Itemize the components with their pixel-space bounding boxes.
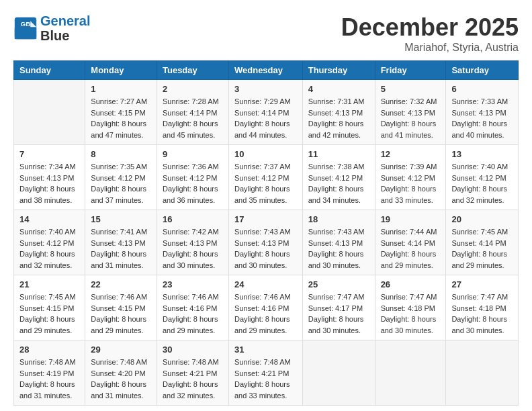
logo-icon: GB [13,16,38,40]
day-number: 10 [234,149,297,159]
day-number: 27 [451,279,513,289]
cell-info: Sunrise: 7:48 AMSunset: 4:20 PMDaylight:… [91,357,151,401]
calendar-cell: 2Sunrise: 7:28 AMSunset: 4:14 PMDaylight… [157,80,228,145]
day-number: 9 [163,149,223,159]
cell-info: Sunrise: 7:46 AMSunset: 4:16 PMDaylight:… [234,291,297,336]
calendar-cell: 11Sunrise: 7:38 AMSunset: 4:12 PMDayligh… [302,145,375,210]
cell-info: Sunrise: 7:45 AMSunset: 4:15 PMDaylight:… [19,291,79,336]
day-number: 26 [381,279,441,289]
cell-info: Sunrise: 7:43 AMSunset: 4:13 PMDaylight:… [234,226,297,271]
cell-info: Sunrise: 7:36 AMSunset: 4:12 PMDaylight:… [163,161,223,205]
day-number: 20 [451,214,513,224]
calendar-cell: 10Sunrise: 7:37 AMSunset: 4:12 PMDayligh… [228,145,302,210]
cell-info: Sunrise: 7:39 AMSunset: 4:12 PMDaylight:… [381,161,441,205]
day-number: 22 [91,279,151,289]
cell-info: Sunrise: 7:47 AMSunset: 4:18 PMDaylight:… [381,291,441,336]
calendar-cell: 20Sunrise: 7:45 AMSunset: 4:14 PMDayligh… [446,210,519,275]
day-number: 16 [163,214,223,224]
day-number: 30 [163,345,223,355]
calendar-cell: 16Sunrise: 7:42 AMSunset: 4:13 PMDayligh… [157,210,228,275]
calendar-cell [14,80,85,145]
calendar-cell: 19Sunrise: 7:44 AMSunset: 4:14 PMDayligh… [375,210,446,275]
cell-info: Sunrise: 7:48 AMSunset: 4:21 PMDaylight:… [234,357,297,401]
cell-info: Sunrise: 7:37 AMSunset: 4:12 PMDaylight:… [234,161,297,205]
calendar-cell: 22Sunrise: 7:46 AMSunset: 4:15 PMDayligh… [85,275,157,340]
day-number: 8 [91,149,151,159]
location: Mariahof, Styria, Austria [341,42,519,54]
day-number: 6 [451,84,513,94]
calendar-cell: 18Sunrise: 7:43 AMSunset: 4:13 PMDayligh… [302,210,375,275]
calendar-cell: 29Sunrise: 7:48 AMSunset: 4:20 PMDayligh… [85,340,157,406]
calendar-cell: 31Sunrise: 7:48 AMSunset: 4:21 PMDayligh… [228,340,302,406]
day-number: 21 [19,279,79,289]
title-block: December 2025 Mariahof, Styria, Austria [341,13,519,54]
cell-info: Sunrise: 7:40 AMSunset: 4:12 PMDaylight:… [451,161,513,205]
weekday-header: Saturday [446,61,519,80]
calendar-cell: 24Sunrise: 7:46 AMSunset: 4:16 PMDayligh… [228,275,302,340]
cell-info: Sunrise: 7:31 AMSunset: 4:13 PMDaylight:… [308,96,369,140]
calendar-header-row: SundayMondayTuesdayWednesdayThursdayFrid… [14,61,519,80]
day-number: 29 [91,345,151,355]
cell-info: Sunrise: 7:44 AMSunset: 4:14 PMDaylight:… [381,226,441,271]
day-number: 23 [163,279,223,289]
calendar-week-row: 1Sunrise: 7:27 AMSunset: 4:15 PMDaylight… [14,80,519,145]
day-number: 7 [19,149,79,159]
calendar-cell: 12Sunrise: 7:39 AMSunset: 4:12 PMDayligh… [375,145,446,210]
calendar-cell: 30Sunrise: 7:48 AMSunset: 4:21 PMDayligh… [157,340,228,406]
calendar-cell: 15Sunrise: 7:41 AMSunset: 4:13 PMDayligh… [85,210,157,275]
weekday-header: Monday [85,61,157,80]
day-number: 12 [381,149,441,159]
calendar-cell: 4Sunrise: 7:31 AMSunset: 4:13 PMDaylight… [302,80,375,145]
day-number: 3 [234,84,297,94]
day-number: 31 [234,345,297,355]
calendar-cell [446,340,519,406]
day-number: 11 [308,149,369,159]
weekday-header: Friday [375,61,446,80]
calendar-cell: 7Sunrise: 7:34 AMSunset: 4:13 PMDaylight… [14,145,85,210]
page-header: GB General Blue December 2025 Mariahof, … [13,13,519,54]
calendar-cell: 1Sunrise: 7:27 AMSunset: 4:15 PMDaylight… [85,80,157,145]
calendar-cell: 8Sunrise: 7:35 AMSunset: 4:12 PMDaylight… [85,145,157,210]
cell-info: Sunrise: 7:27 AMSunset: 4:15 PMDaylight:… [91,96,151,140]
calendar-cell [375,340,446,406]
cell-info: Sunrise: 7:32 AMSunset: 4:13 PMDaylight:… [381,96,441,140]
calendar-cell: 21Sunrise: 7:45 AMSunset: 4:15 PMDayligh… [14,275,85,340]
cell-info: Sunrise: 7:34 AMSunset: 4:13 PMDaylight:… [19,161,79,205]
day-number: 14 [19,214,79,224]
calendar-cell: 3Sunrise: 7:29 AMSunset: 4:14 PMDaylight… [228,80,302,145]
calendar-week-row: 7Sunrise: 7:34 AMSunset: 4:13 PMDaylight… [14,145,519,210]
cell-info: Sunrise: 7:42 AMSunset: 4:13 PMDaylight:… [163,226,223,271]
calendar-cell: 27Sunrise: 7:47 AMSunset: 4:18 PMDayligh… [446,275,519,340]
day-number: 24 [234,279,297,289]
calendar-cell: 23Sunrise: 7:46 AMSunset: 4:16 PMDayligh… [157,275,228,340]
cell-info: Sunrise: 7:41 AMSunset: 4:13 PMDaylight:… [91,226,151,271]
day-number: 1 [91,84,151,94]
cell-info: Sunrise: 7:47 AMSunset: 4:17 PMDaylight:… [308,291,369,336]
weekday-header: Thursday [302,61,375,80]
calendar-week-row: 28Sunrise: 7:48 AMSunset: 4:19 PMDayligh… [14,340,519,406]
day-number: 2 [163,84,223,94]
weekday-header: Sunday [14,61,85,80]
calendar-week-row: 21Sunrise: 7:45 AMSunset: 4:15 PMDayligh… [14,275,519,340]
cell-info: Sunrise: 7:46 AMSunset: 4:15 PMDaylight:… [91,291,151,336]
calendar-cell: 6Sunrise: 7:33 AMSunset: 4:13 PMDaylight… [446,80,519,145]
day-number: 18 [308,214,369,224]
calendar-cell: 17Sunrise: 7:43 AMSunset: 4:13 PMDayligh… [228,210,302,275]
day-number: 19 [381,214,441,224]
calendar-cell [302,340,375,406]
calendar-cell: 5Sunrise: 7:32 AMSunset: 4:13 PMDaylight… [375,80,446,145]
day-number: 4 [308,84,369,94]
calendar-cell: 28Sunrise: 7:48 AMSunset: 4:19 PMDayligh… [14,340,85,406]
day-number: 5 [381,84,441,94]
cell-info: Sunrise: 7:48 AMSunset: 4:21 PMDaylight:… [163,357,223,401]
day-number: 13 [451,149,513,159]
svg-rect-2 [15,28,36,39]
day-number: 15 [91,214,151,224]
calendar-cell: 25Sunrise: 7:47 AMSunset: 4:17 PMDayligh… [302,275,375,340]
logo: GB General Blue [13,13,90,43]
cell-info: Sunrise: 7:38 AMSunset: 4:12 PMDaylight:… [308,161,369,205]
weekday-header: Tuesday [157,61,228,80]
cell-info: Sunrise: 7:28 AMSunset: 4:14 PMDaylight:… [163,96,223,140]
day-number: 17 [234,214,297,224]
cell-info: Sunrise: 7:47 AMSunset: 4:18 PMDaylight:… [451,291,513,336]
